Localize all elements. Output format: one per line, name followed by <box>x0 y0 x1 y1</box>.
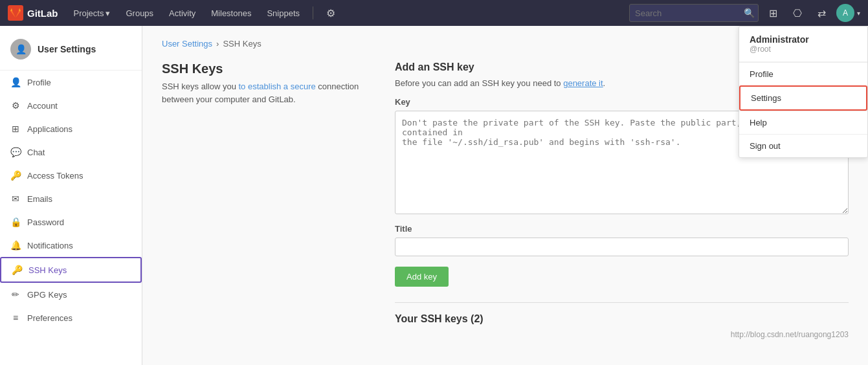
nav-groups[interactable]: Groups <box>120 8 159 18</box>
user-dropdown: Administrator @root Profile Settings Hel… <box>739 26 868 158</box>
dropdown-item-settings[interactable]: Settings <box>739 85 867 111</box>
title-label: Title <box>395 224 849 234</box>
gitlab-logo-icon <box>8 5 23 21</box>
nav-milestones[interactable]: Milestones <box>206 8 256 18</box>
sidebar-item-ssh-keys[interactable]: 🔑 SSH Keys <box>0 257 142 283</box>
app-name: GitLab <box>27 8 58 19</box>
dropdown-item-profile[interactable]: Profile <box>739 63 867 85</box>
profile-icon: 👤 <box>10 77 21 87</box>
nav-activity[interactable]: Activity <box>164 8 201 18</box>
page-description: SSH keys allow you to establish a secure… <box>162 80 369 105</box>
sidebar-item-account[interactable]: ⚙ Account <box>0 94 142 117</box>
sidebar-item-emails[interactable]: ✉ Emails <box>0 187 142 210</box>
search-icon: 🔍 <box>744 8 755 18</box>
sidebar-item-notifications[interactable]: 🔔 Notifications <box>0 234 142 257</box>
sidebar-item-chat[interactable]: 💬 Chat <box>0 140 142 164</box>
sidebar-avatar: 👤 <box>10 39 31 60</box>
password-icon: 🔒 <box>10 217 21 227</box>
ssh-keys-icon: 🔑 <box>12 265 22 275</box>
sidebar-item-profile[interactable]: 👤 Profile <box>0 71 142 94</box>
dock-icon[interactable]: ⊞ <box>764 7 783 19</box>
generate-link[interactable]: generate it <box>563 78 603 88</box>
chat-icon: 💬 <box>10 147 21 157</box>
add-key-button[interactable]: Add key <box>395 267 449 287</box>
sidebar-item-gpg-keys[interactable]: ✏ GPG Keys <box>0 283 142 306</box>
sidebar-title: User Settings <box>38 44 96 54</box>
gpg-keys-icon: ✏ <box>10 289 21 300</box>
emails-icon: ✉ <box>10 194 21 204</box>
page-title: SSH Keys <box>162 61 369 76</box>
breadcrumb-parent[interactable]: User Settings <box>162 39 212 49</box>
breadcrumb-current: SSH Keys <box>223 39 261 49</box>
nav-snippets[interactable]: Snippets <box>262 8 305 18</box>
left-panel: SSH Keys SSH keys allow you to establish… <box>162 61 369 105</box>
breadcrumb-separator: › <box>216 39 219 49</box>
dropdown-item-sign-out[interactable]: Sign out <box>739 135 867 157</box>
dropdown-header: Administrator @root <box>739 27 867 62</box>
notifications-icon: 🔔 <box>10 240 21 250</box>
dropdown-handle: @root <box>750 45 857 54</box>
establish-link[interactable]: to establish a secure <box>239 82 316 91</box>
title-input[interactable] <box>395 238 849 256</box>
sidebar-item-access-tokens[interactable]: 🔑 Access Tokens <box>0 164 142 187</box>
sidebar-item-applications[interactable]: ⊞ Applications <box>0 117 142 140</box>
issue-icon[interactable]: ⎔ <box>788 7 807 19</box>
top-nav: GitLab Projects ▾ Groups Activity Milest… <box>0 0 868 26</box>
wrench-icon[interactable]: ⚙ <box>321 7 340 19</box>
sidebar-item-password[interactable]: 🔒 Password <box>0 210 142 234</box>
account-icon: ⚙ <box>10 100 21 111</box>
your-keys-section: Your SSH keys (2) <box>395 302 849 325</box>
page-wrapper: 👤 User Settings 👤 Profile ⚙ Account ⊞ Ap… <box>0 26 868 365</box>
access-tokens-icon: 🔑 <box>10 170 21 181</box>
search-input[interactable] <box>635 8 744 18</box>
sidebar-item-preferences[interactable]: ≡ Preferences <box>0 306 142 329</box>
sidebar-header: 👤 User Settings <box>0 31 142 71</box>
applications-icon: ⊞ <box>10 124 21 134</box>
dropdown-username: Administrator <box>750 34 857 45</box>
nav-divider <box>313 6 313 19</box>
user-avatar: A <box>836 4 854 22</box>
nav-projects[interactable]: Projects ▾ <box>69 8 116 18</box>
search-box[interactable]: 🔍 <box>629 4 759 22</box>
watermark: http://blog.csdn.net/ruangong1203 <box>395 330 849 339</box>
dropdown-item-help[interactable]: Help <box>739 111 867 134</box>
sidebar: 👤 User Settings 👤 Profile ⚙ Account ⊞ Ap… <box>0 26 142 365</box>
preferences-icon: ≡ <box>10 313 21 323</box>
user-avatar-btn[interactable]: A ▾ <box>836 4 860 22</box>
your-keys-title: Your SSH keys (2) <box>395 302 849 325</box>
app-logo[interactable]: GitLab <box>8 5 58 21</box>
merge-request-icon[interactable]: ⇄ <box>812 7 831 19</box>
title-field-group: Title <box>395 224 849 267</box>
